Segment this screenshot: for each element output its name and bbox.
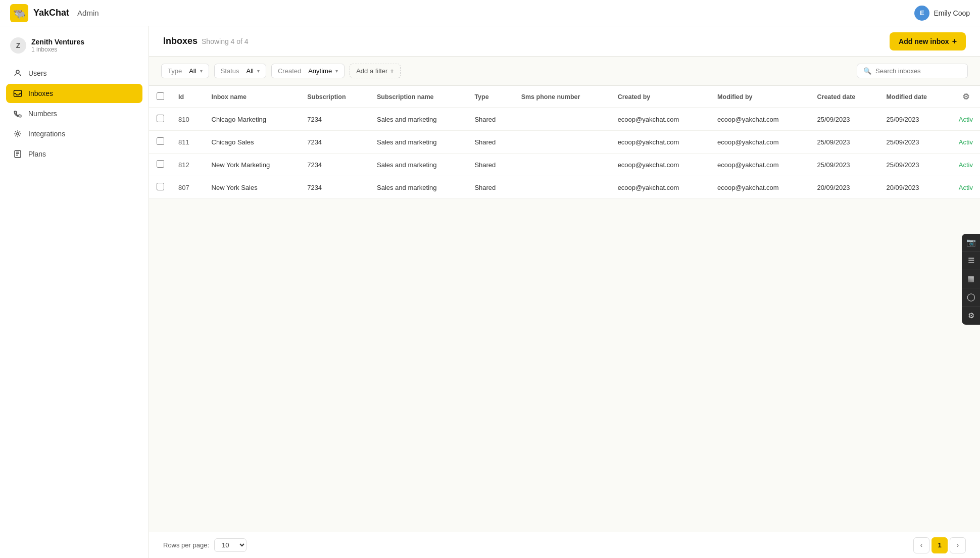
col-header-settings: ⚙ <box>952 86 980 108</box>
row-subscription: 7234 <box>300 176 370 199</box>
add-inbox-button[interactable]: Add new inbox + <box>890 32 966 50</box>
table-header-row: Id Inbox name Subscription Subscription … <box>149 86 980 108</box>
col-header-sms-phone: Sms phone number <box>514 86 611 108</box>
type-filter[interactable]: Type All ▾ <box>161 64 209 78</box>
search-input[interactable] <box>875 67 961 75</box>
workspace-info: Zenith Ventures 1 inboxes <box>31 38 84 53</box>
table-row: 811 Chicago Sales 7234 Sales and marketi… <box>149 131 980 154</box>
svg-point-2 <box>16 70 19 73</box>
row-sms-phone <box>514 108 611 131</box>
user-avatar: E <box>914 6 929 21</box>
row-created-by: ecoop@yakchat.com <box>611 176 710 199</box>
row-sms-phone <box>514 131 611 154</box>
table-row: 807 New York Sales 7234 Sales and market… <box>149 176 980 199</box>
row-checkbox-3[interactable] <box>157 183 164 190</box>
content-area: Inboxes Showing 4 of 4 Add new inbox + T… <box>149 26 980 558</box>
add-inbox-label: Add new inbox <box>899 37 949 45</box>
svg-point-4 <box>17 133 19 135</box>
row-subscription-name: Sales and marketing <box>370 176 467 199</box>
table-settings-icon[interactable]: ⚙ <box>962 92 969 101</box>
float-grid-button[interactable]: ▦ <box>962 270 980 288</box>
col-header-inbox-name: Inbox name <box>205 86 301 108</box>
row-modified-by: ecoop@yakchat.com <box>710 176 810 199</box>
table-wrapper: Id Inbox name Subscription Subscription … <box>149 86 980 558</box>
select-all-checkbox[interactable] <box>157 92 164 100</box>
row-modified-date: 20/09/2023 <box>879 176 951 199</box>
row-modified-by: ecoop@yakchat.com <box>710 154 810 176</box>
sidebar: Z Zenith Ventures 1 inboxes Users <box>0 26 149 558</box>
row-subscription: 7234 <box>300 131 370 154</box>
workspace-inboxes-count: 1 inboxes <box>31 46 84 53</box>
filters-bar: Type All ▾ Status All ▾ Created Anytime … <box>149 57 980 86</box>
row-checkbox-2[interactable] <box>157 160 164 168</box>
float-list-button[interactable]: ☰ <box>962 252 980 270</box>
row-checkbox-0[interactable] <box>157 115 164 122</box>
col-header-subscription-name: Subscription name <box>370 86 467 108</box>
sidebar-item-integrations[interactable]: Integrations <box>6 124 142 143</box>
created-filter-label: Created <box>278 67 301 75</box>
col-header-created-by: Created by <box>611 86 710 108</box>
user-menu[interactable]: E Emily Coop <box>914 6 970 21</box>
row-created-date: 25/09/2023 <box>810 154 879 176</box>
rows-per-page-area: Rows per page: 10 25 50 100 <box>163 538 247 552</box>
row-subscription-name: Sales and marketing <box>370 131 467 154</box>
row-checkbox-cell <box>149 154 171 176</box>
sidebar-item-numbers[interactable]: Numbers <box>6 104 142 123</box>
page-title-area: Inboxes Showing 4 of 4 <box>163 36 249 46</box>
table-row: 810 Chicago Marketing 7234 Sales and mar… <box>149 108 980 131</box>
page-title: Inboxes <box>163 36 198 46</box>
col-header-modified-date: Modified date <box>879 86 951 108</box>
sidebar-item-numbers-label: Numbers <box>28 110 57 118</box>
prev-page-button[interactable]: ‹ <box>913 537 929 553</box>
sidebar-item-plans-label: Plans <box>28 150 46 158</box>
sidebar-item-users-label: Users <box>28 69 47 77</box>
col-header-modified-by: Modified by <box>710 86 810 108</box>
page-1-button[interactable]: 1 <box>932 537 948 553</box>
row-checkbox-1[interactable] <box>157 137 164 145</box>
status-filter[interactable]: Status All ▾ <box>214 64 266 78</box>
sidebar-nav: Users Inboxes Numbers <box>0 62 149 166</box>
rows-per-page-select[interactable]: 10 25 50 100 <box>214 538 247 552</box>
created-chevron-icon: ▾ <box>335 68 338 74</box>
sidebar-item-inboxes[interactable]: Inboxes <box>6 84 142 103</box>
row-created-date: 20/09/2023 <box>810 176 879 199</box>
float-circle-button[interactable]: ◯ <box>962 288 980 307</box>
row-subscription-name: Sales and marketing <box>370 154 467 176</box>
row-inbox-name: Chicago Sales <box>205 131 301 154</box>
person-icon <box>13 69 22 78</box>
row-modified-date: 25/09/2023 <box>879 154 951 176</box>
workspace-area[interactable]: Z Zenith Ventures 1 inboxes <box>0 31 149 62</box>
row-subscription-name: Sales and marketing <box>370 108 467 131</box>
sidebar-item-inboxes-label: Inboxes <box>28 89 53 97</box>
logo-icon: 🐃 <box>10 4 28 22</box>
type-filter-value: All <box>189 67 196 75</box>
logo[interactable]: 🐃 YakChat Admin <box>10 4 99 22</box>
page-header: Inboxes Showing 4 of 4 Add new inbox + <box>149 26 980 57</box>
row-subscription: 7234 <box>300 154 370 176</box>
rows-per-page-label: Rows per page: <box>163 541 209 549</box>
row-checkbox-cell <box>149 176 171 199</box>
row-inbox-name: New York Marketing <box>205 154 301 176</box>
add-filter-plus-icon: + <box>390 67 394 75</box>
created-filter[interactable]: Created Anytime ▾ <box>271 64 345 78</box>
sidebar-item-plans[interactable]: Plans <box>6 144 142 164</box>
next-page-button[interactable]: › <box>950 537 966 553</box>
float-settings-button[interactable]: ⚙ <box>962 307 980 325</box>
row-created-date: 25/09/2023 <box>810 108 879 131</box>
row-modified-by: ecoop@yakchat.com <box>710 131 810 154</box>
created-filter-value: Anytime <box>308 67 332 75</box>
pagination-bar: Rows per page: 10 25 50 100 ‹ 1 › <box>149 532 980 558</box>
workspace-avatar: Z <box>10 37 26 54</box>
table-body: 810 Chicago Marketing 7234 Sales and mar… <box>149 108 980 199</box>
row-type: Shared <box>467 108 514 131</box>
row-created-by: ecoop@yakchat.com <box>611 154 710 176</box>
table-row: 812 New York Marketing 7234 Sales and ma… <box>149 154 980 176</box>
row-id: 812 <box>171 154 205 176</box>
inbox-icon <box>13 89 22 98</box>
add-filter-label: Add a filter <box>356 67 387 75</box>
col-header-id: Id <box>171 86 205 108</box>
sidebar-item-users[interactable]: Users <box>6 64 142 83</box>
type-chevron-icon: ▾ <box>200 68 203 74</box>
float-camera-button[interactable]: 📷 <box>962 234 980 252</box>
add-filter-button[interactable]: Add a filter + <box>350 64 401 78</box>
